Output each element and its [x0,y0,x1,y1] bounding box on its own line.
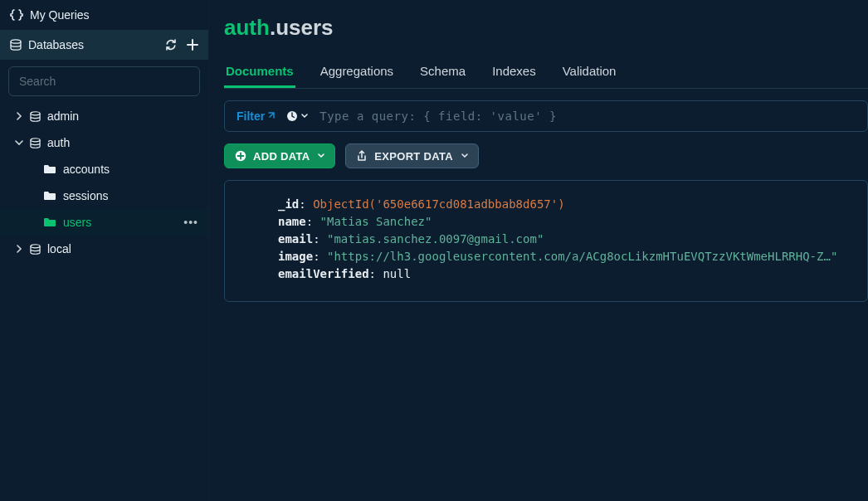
open-new-icon [266,112,275,120]
breadcrumb: auth.users [224,15,868,41]
doc-field-image: image: "https://lh3.googleusercontent.co… [278,248,849,265]
filter-input[interactable]: Type a query: { field: 'value' } [319,109,557,123]
sidebar: My Queries Databases [0,0,209,501]
doc-field-name: name: "Matias Sanchez" [278,213,849,231]
tab-schema[interactable]: Schema [418,59,467,88]
database-icon [30,111,41,122]
svg-point-3 [31,244,40,247]
sidebar-item-my-queries[interactable]: My Queries [0,0,208,30]
tab-aggregations[interactable]: Aggregations [319,59,395,88]
actions-row: ADD DATA EXPORT DATA [224,143,868,168]
folder-icon [43,217,56,227]
tree-item-auth[interactable]: auth [0,129,208,156]
databases-label: Databases [28,38,84,51]
tree-item-local[interactable]: local [0,236,208,262]
tree-item-sessions[interactable]: sessions [0,182,208,209]
filter-bar[interactable]: Filter Type a query: { field: 'value' } [224,100,868,132]
tree-item-users[interactable]: users ••• [0,209,208,236]
tree-item-admin[interactable]: admin [0,103,208,129]
svg-point-2 [31,138,40,141]
database-icon [30,244,41,255]
svg-point-0 [11,40,21,43]
history-dropdown[interactable] [286,110,308,122]
export-data-label: EXPORT DATA [374,150,453,163]
export-icon [356,150,368,162]
add-data-label: ADD DATA [253,150,310,163]
tree-item-label: admin [47,109,79,123]
doc-field-email: email: "matias.sanchez.0097@gmail.com" [278,231,849,248]
clock-icon [286,110,298,122]
refresh-icon[interactable] [165,39,177,51]
sidebar-item-databases[interactable]: Databases [0,30,208,60]
my-queries-label: My Queries [30,8,90,22]
tree-item-accounts[interactable]: accounts [0,156,208,182]
tree-item-label: sessions [63,189,108,202]
folder-icon [43,191,56,201]
export-data-button[interactable]: EXPORT DATA [345,143,479,168]
chevron-right-icon [15,245,23,253]
caret-down-icon [318,153,324,158]
tab-documents[interactable]: Documents [224,59,295,88]
add-data-button[interactable]: ADD DATA [224,143,335,168]
tab-indexes[interactable]: Indexes [490,59,538,88]
doc-field-emailverified: emailVerified: null [278,265,849,283]
tree-item-label: accounts [63,163,110,176]
braces-icon [10,9,23,21]
tree-item-label: auth [47,136,70,149]
chevron-right-icon [15,112,23,120]
databases-tree: admin auth accounts sessions [0,101,208,262]
folder-icon [43,164,56,174]
plus-circle-icon [235,150,246,162]
caret-down-icon [301,114,308,119]
document-card[interactable]: _id: ObjectId('650e6617cd081adbbab8d657'… [224,180,868,302]
breadcrumb-db: auth [224,15,270,40]
filter-label[interactable]: Filter [237,109,275,123]
tree-item-label: users [63,216,91,229]
search-input[interactable] [8,66,200,96]
database-icon [30,138,41,148]
doc-field-id: _id: ObjectId('650e6617cd081adbbab8d657'… [278,196,849,213]
caret-down-icon [461,153,468,158]
tabs: Documents Aggregations Schema Indexes Va… [224,59,868,89]
svg-point-1 [31,111,40,114]
tab-validation[interactable]: Validation [561,59,618,88]
tree-item-label: local [47,242,71,255]
plus-icon[interactable] [187,39,198,51]
more-icon[interactable]: ••• [183,216,198,229]
chevron-down-icon [15,139,23,147]
database-icon [10,39,22,51]
search-wrap [0,60,208,101]
breadcrumb-collection: users [276,15,333,40]
main: auth.users Documents Aggregations Schema… [209,0,868,501]
